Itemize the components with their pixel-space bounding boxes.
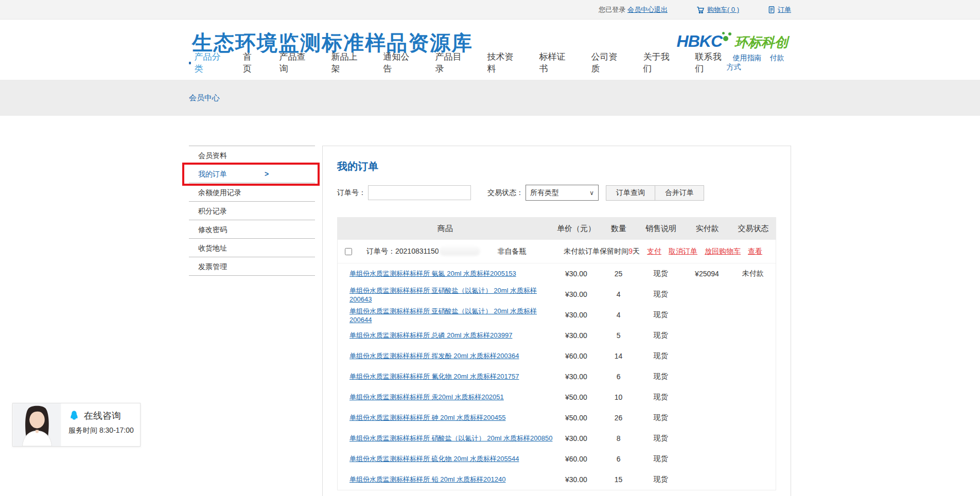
item-qty: 5 [599,331,638,340]
usage-guide-link[interactable]: 使用指南 [733,54,762,62]
product-link[interactable]: 单组份水质监测标样标样所 砷 20ml 水质标样200455 [349,414,505,421]
item-price: ¥60.00 [553,455,600,463]
order-number: 订单号：20210831150 [366,246,480,256]
order-link[interactable]: 订单 [778,5,791,14]
cancel-order-link[interactable]: 取消订单 [669,247,697,256]
product-link[interactable]: 单组份水质监测标样标样所 氟化物 20ml 水质标样201757 [349,373,519,380]
member-sidebar: 会员资料 我的订单> 余额使用记录 积分记录 修改密码 收货地址 发票管理 [189,146,315,276]
product-link[interactable]: 单组份水质监测标样标样所 硫化物 20ml 水质标样205544 [349,455,519,463]
product-link[interactable]: 单组份水质监测标样标样所 铅 20ml 水质标样201240 [349,475,505,483]
product-link[interactable]: 单组份水质监测标样标样所 挥发酚 20ml 水质标样200364 [349,352,519,360]
order-item-row: 单组份水质监测标样标样所 硝酸盐（以氮计） 20ml 水质标样200850 ¥3… [338,428,776,449]
item-sale-note: 现货 [638,434,684,443]
brand-abbr: HBKC [677,32,722,50]
nav-item-product-search[interactable]: 产品查询 [279,51,310,75]
order-no-redacted [439,246,480,256]
service-agent-photo [13,403,61,446]
sidebar-item-invoice-management[interactable]: 发票管理 [189,257,315,276]
item-qty: 4 [599,290,638,298]
order-no-input[interactable] [368,185,471,200]
breadcrumb-band: 会员中心 [0,80,980,116]
order-group: 订单号：20210831150 非自备瓶 未付款订单保留时间9天 支付 取消订单… [337,240,776,490]
site-header: 生态环境监测标准样品资源库 HBKC环标科创 产品分类 首页 产品查询 新品上架… [0,20,980,80]
item-price: ¥50.00 [553,414,600,422]
item-sale-note: 现货 [638,413,684,422]
item-qty: 8 [599,434,638,442]
nav-item-new-arrivals[interactable]: 新品上架 [331,51,362,75]
order-item-row: 单组份水质监测标样标样所 挥发酚 20ml 水质标样200364 ¥60.00 … [338,346,776,366]
item-price: ¥30.00 [553,434,600,442]
item-price: ¥30.00 [553,311,600,319]
item-qty: 6 [599,455,638,463]
sidebar-item-change-password[interactable]: 修改密码 [189,220,315,239]
view-order-link[interactable]: 查看 [748,247,762,256]
online-chat-widget[interactable]: 在线咨询 服务时间 8:30-17:00 [12,403,141,447]
item-sale-note: 现货 [638,475,684,484]
brand-name: 环标科创 [734,34,788,50]
order-select-checkbox[interactable] [345,248,352,255]
sidebar-item-my-orders[interactable]: 我的订单> [189,165,315,183]
item-qty: 26 [599,414,638,422]
item-sale-note: 现货 [638,310,684,320]
product-link[interactable]: 单组份水质监测标样标样所 亚硝酸盐（以氮计） 20ml 水质标样200643 [349,287,537,303]
order-item-row: 单组份水质监测标样标样所 氟化物 20ml 水质标样201757 ¥30.00 … [338,366,776,387]
member-center-link[interactable]: 会员中心 [627,5,654,14]
order-search-button[interactable]: 订单查询 [606,185,655,201]
nav-item-contact-us[interactable]: 联系我们 [695,51,727,75]
nav-item-about-us[interactable]: 关于我们 [643,51,674,75]
orders-table-header: 商品 单价（元） 数量 销售说明 实付款 交易状态 [337,217,776,240]
page-title: 我的订单 [337,160,776,173]
brand-molecule-icon [722,32,732,47]
product-link[interactable]: 单组份水质监测标样标样所 亚硝酸盐（以氮计） 20ml 水质标样200644 [349,307,537,324]
header-quantity: 数量 [599,224,638,234]
nav-item-company-qualifications[interactable]: 公司资质 [591,51,622,75]
sidebar-item-shipping-address[interactable]: 收货地址 [189,239,315,257]
qq-penguin-icon [68,410,80,421]
nav-item-home[interactable]: 首页 [243,51,259,75]
trade-status-select[interactable]: 所有类型 ∨ [526,185,599,201]
item-price: ¥60.00 [553,352,600,360]
logout-link[interactable]: 退出 [654,5,668,14]
breadcrumb[interactable]: 会员中心 [189,93,220,103]
sidebar-item-points-history[interactable]: 积分记录 [189,202,315,220]
product-link[interactable]: 单组份水质监测标样标样所 总磷 20ml 水质标样203997 [349,331,512,339]
chat-title: 在线咨询 [84,410,121,422]
order-no-label: 订单号： [337,188,366,198]
nav-item-certificates[interactable]: 标样证书 [539,51,570,75]
item-price: ¥30.00 [553,290,600,298]
nav-item-product-catalog[interactable]: 产品目录 [435,51,466,75]
order-filter-bar: 订单号： 交易状态： 所有类型 ∨ 订单查询 合并订单 [337,185,776,201]
product-link[interactable]: 单组份水质监测标样标样所 汞20ml 水质标样202051 [349,393,504,401]
brand-logo: HBKC环标科创 [677,32,788,51]
order-icon [767,6,776,14]
item-price: ¥30.00 [553,331,600,340]
item-sale-note: 现货 [638,372,684,381]
item-sale-note: 现货 [638,331,684,340]
item-sale-note: 现货 [638,269,684,278]
order-trade-status: 未付款 [730,269,776,278]
nav-item-technical-docs[interactable]: 技术资料 [487,51,518,75]
order-item-row: 单组份水质监测标样标样所 总磷 20ml 水质标样203997 ¥30.00 5… [338,325,776,346]
sidebar-item-member-profile[interactable]: 会员资料 [189,146,315,165]
top-bar: 您已登录 会员中心退出 购物车( 0 ) 订单 [0,0,980,20]
item-qty: 4 [599,311,638,319]
bottle-note: 非自备瓶 [498,247,527,256]
order-item-row: 单组份水质监测标样标样所 氨氮 20ml 水质标样2005153 ¥30.00 … [338,263,776,284]
item-sale-note: 现货 [638,454,684,464]
merge-orders-button[interactable]: 合并订单 [655,185,704,201]
item-qty: 25 [599,270,638,278]
sidebar-item-balance-history[interactable]: 余额使用记录 [189,183,315,202]
item-price: ¥30.00 [553,373,600,381]
cart-link[interactable]: 购物车( 0 ) [707,5,739,14]
pay-link[interactable]: 支付 [647,247,661,256]
chat-service-time: 服务时间 8:30-17:00 [68,426,134,435]
product-link[interactable]: 单组份水质监测标样标样所 氨氮 20ml 水质标样2005153 [349,270,516,277]
trade-status-label: 交易状态： [487,188,523,198]
nav-item-announcements[interactable]: 通知公告 [383,51,414,75]
nav-product-category[interactable]: 产品分类 [189,51,225,75]
return-to-cart-link[interactable]: 放回购物车 [705,247,741,256]
item-price: ¥50.00 [553,393,600,401]
item-qty: 10 [599,393,638,401]
product-link[interactable]: 单组份水质监测标样标样所 硝酸盐（以氮计） 20ml 水质标样200850 [349,434,552,442]
header-sale-note: 销售说明 [638,224,684,234]
